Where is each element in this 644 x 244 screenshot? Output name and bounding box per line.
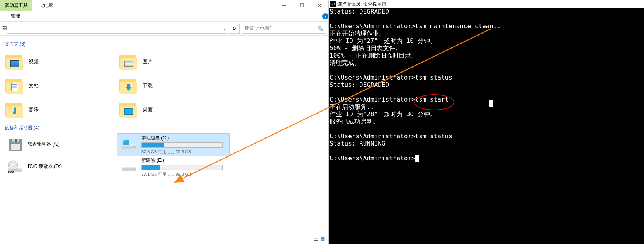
terminal-line: Status: RUNNING xyxy=(330,140,643,147)
terminal-titlebar[interactable]: C:\ 选择管理员: 命令提示符 xyxy=(329,0,644,8)
hdd-icon xyxy=(121,136,138,153)
terminal-line: 正在启动服务... xyxy=(330,103,643,110)
terminal-line: 正在开始清理作业。 xyxy=(330,30,643,37)
terminal-body[interactable]: Status: DEGRADED C:\Users\Administrator>… xyxy=(329,8,644,162)
music-icon xyxy=(5,100,24,119)
svg-rect-4 xyxy=(11,144,20,150)
documents-icon xyxy=(5,76,24,95)
folder-label: 文档 xyxy=(29,82,39,89)
terminal-line xyxy=(330,15,643,22)
terminal-window: C:\ 选择管理员: 命令提示符 Status: DEGRADED C:\Use… xyxy=(329,0,644,244)
terminal-line: C:\Users\Administrator> xyxy=(330,154,643,162)
videos-icon xyxy=(5,53,24,71)
terminal-line: 清理完成。 xyxy=(330,59,643,66)
folder-label: 桌面 xyxy=(143,106,153,113)
terminal-line xyxy=(330,147,643,154)
terminal-line: C:\Users\Administrator>tsm status xyxy=(330,74,643,81)
tab-this-pc[interactable]: 此电脑 xyxy=(32,0,60,11)
terminal-title-text: 选择管理员: 命令提示符 xyxy=(337,0,386,8)
ribbon-expand-icon[interactable]: ⌄ xyxy=(317,14,320,18)
drive-volume-e[interactable]: 新建卷 (E:) 77.1 GB 可用 , 共 99.8 GB xyxy=(117,156,229,178)
drive-label: 新建卷 (E:) xyxy=(141,157,226,164)
folder-music[interactable]: 音乐 xyxy=(4,98,118,122)
section-drives-header[interactable]: 设备和驱动器 (4) xyxy=(5,125,325,131)
view-large-icon[interactable]: ▤ xyxy=(320,236,325,242)
window-close-button[interactable]: ✕ xyxy=(311,0,328,11)
ribbon-row: 管理 ⌄ ? xyxy=(0,11,328,22)
folder-desktop[interactable]: 桌面 xyxy=(118,98,232,122)
floppy-icon xyxy=(7,136,24,153)
terminal-title-icon: C:\ xyxy=(330,1,336,7)
folder-documents[interactable]: 文档 xyxy=(4,74,118,98)
svg-rect-17 xyxy=(122,167,136,168)
svg-point-9 xyxy=(134,146,135,147)
terminal-line: Status: DEGRADED xyxy=(330,8,643,15)
terminal-line: C:\Users\Administrator>tsm status xyxy=(330,132,643,140)
terminal-line: C:\Users\Administrator>tsm start xyxy=(330,96,643,103)
folder-label: 图片 xyxy=(143,58,153,65)
window-maximize-button[interactable]: ☐ xyxy=(293,0,311,11)
drive-local-c[interactable]: 本地磁盘 (C:) 57.6 GB 可用 , 共 79.5 GB xyxy=(117,134,229,156)
terminal-line: 100% - 正在删除旧临时目录。 xyxy=(330,52,643,59)
drive-floppy-a[interactable]: 软盘驱动器 (A:) xyxy=(4,134,116,156)
terminal-line: Status: DEGRADED xyxy=(330,81,643,88)
ribbon-manage-label[interactable]: 管理 xyxy=(11,13,20,19)
terminal-block-cursor xyxy=(489,100,493,107)
hdd-icon xyxy=(121,159,138,176)
folder-pictures[interactable]: 图片 xyxy=(118,50,232,74)
folder-label: 下载 xyxy=(143,82,153,89)
section-folders-header[interactable]: 文件夹 (6) xyxy=(5,41,325,47)
view-mode-buttons: ☰ ▤ xyxy=(314,236,325,242)
terminal-line: 服务已成功启动。 xyxy=(330,118,643,125)
svg-point-13 xyxy=(12,164,14,166)
view-details-icon[interactable]: ☰ xyxy=(314,236,318,242)
svg-rect-2 xyxy=(12,139,19,142)
drive-dvd-d[interactable]: DVD DVD 驱动器 (D:) xyxy=(4,156,116,178)
terminal-cursor xyxy=(415,155,419,162)
folder-label: 音乐 xyxy=(29,106,39,113)
address-bar[interactable]: ⌄ xyxy=(7,24,228,34)
svg-marker-0 xyxy=(126,84,132,91)
terminal-line: C:\Users\Administrator>tsm maintenance c… xyxy=(330,22,643,30)
breadcrumb-fragment: 商 xyxy=(2,25,7,32)
refresh-button[interactable]: ↻ xyxy=(229,24,240,34)
drive-usage-bar xyxy=(141,165,223,170)
svg-point-18 xyxy=(134,169,135,170)
terminal-line: 作业 ID 为"28"，超时为 30 分钟。 xyxy=(330,110,643,118)
drive-label: 软盘驱动器 (A:) xyxy=(28,141,113,147)
terminal-line xyxy=(330,66,643,74)
drive-free-label: 77.1 GB 可用 , 共 99.8 GB xyxy=(141,171,226,177)
folder-videos[interactable]: 视频 xyxy=(4,50,118,74)
drive-usage-bar xyxy=(141,142,223,148)
nav-row: 商 ⌄ ↻ 搜索"此电脑" 🔍 xyxy=(0,22,328,36)
drive-free-label: 57.6 GB 可用 , 共 79.5 GB xyxy=(141,149,226,155)
search-icon: 🔍 xyxy=(318,26,323,31)
refresh-icon: ↻ xyxy=(232,26,236,31)
terminal-line xyxy=(330,125,643,132)
downloads-icon xyxy=(119,76,138,95)
search-input[interactable]: 搜索"此电脑" 🔍 xyxy=(242,24,326,34)
desktop-icon xyxy=(119,100,138,119)
svg-text:DVD: DVD xyxy=(9,171,14,173)
svg-rect-3 xyxy=(15,139,17,142)
terminal-line xyxy=(330,88,643,96)
terminal-line: 作业 ID 为"27"，超时为 10 分钟。 xyxy=(330,37,643,44)
chevron-down-icon[interactable]: ⌄ xyxy=(223,26,226,30)
drive-label: DVD 驱动器 (D:) xyxy=(28,163,113,170)
svg-rect-8 xyxy=(123,140,126,142)
folder-label: 视频 xyxy=(29,58,39,65)
explorer-content: 文件夹 (6) 视频 xyxy=(0,36,328,181)
pictures-icon xyxy=(119,53,138,71)
folder-downloads[interactable]: 下载 xyxy=(118,74,232,98)
window-minimize-button[interactable]: — xyxy=(275,0,293,11)
tab-drive-tools[interactable]: 驱动器工具 xyxy=(0,0,32,11)
search-placeholder: 搜索"此电脑" xyxy=(245,25,271,32)
ribbon-tabs: 驱动器工具 此电脑 — ☐ ✕ xyxy=(0,0,328,11)
drive-label: 本地磁盘 (C:) xyxy=(141,135,226,141)
terminal-line: 50% - 删除旧日志文件。 xyxy=(330,44,643,52)
explorer-window: 驱动器工具 此电脑 — ☐ ✕ 管理 ⌄ ? 商 ⌄ ↻ 搜索"此电脑" � xyxy=(0,0,329,244)
dvd-icon: DVD xyxy=(7,159,24,176)
help-icon[interactable]: ? xyxy=(322,13,328,19)
